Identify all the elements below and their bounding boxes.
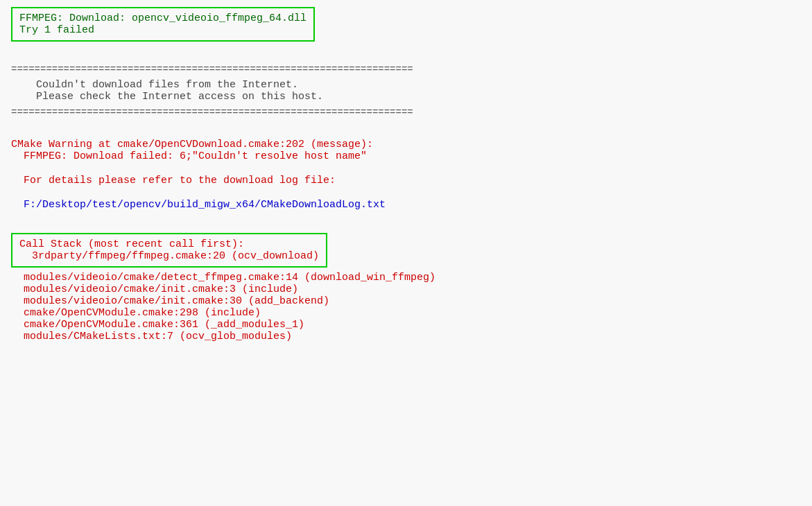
ffmpeg-line2: Try 1 failed: [19, 24, 306, 36]
error-block: Couldn't download files from the Interne…: [11, 79, 801, 103]
call-stack-rest-line2: modules/videoio/cmake/init.cmake:3 (incl…: [11, 283, 801, 295]
cmake-line3: For details please refer to the download…: [11, 175, 801, 186]
call-stack-rest-line4: cmake/OpenCVModule.cmake:298 (include): [11, 307, 801, 319]
separator-line-2: ========================================…: [11, 107, 801, 118]
ffmpeg-download-box: FFMPEG: Download: opencv_videoio_ffmpeg_…: [11, 7, 315, 42]
cmake-line1: CMake Warning at cmake/OpenCVDownload.cm…: [11, 139, 801, 150]
cmake-line4: F:/Desktop/test/opencv/build_migw_x64/CM…: [11, 199, 801, 211]
cmake-line2: FFMPEG: Download failed: 6;"Couldn't res…: [11, 150, 801, 162]
separator-line-1: ========================================…: [11, 64, 801, 75]
error-line2: Please check the Internet access on this…: [11, 91, 801, 103]
cmake-warning-block: CMake Warning at cmake/OpenCVDownload.cm…: [11, 139, 801, 211]
call-stack-box: Call Stack (most recent call first): 3rd…: [11, 233, 327, 268]
call-stack-rest-line1: modules/videoio/cmake/detect_ffmpeg.cmak…: [11, 272, 801, 283]
call-stack-line2: 3rdparty/ffmpeg/ffmpeg.cmake:20 (ocv_dow…: [19, 250, 319, 262]
main-content: FFMPEG: Download: opencv_videoio_ffmpeg_…: [11, 7, 801, 342]
call-stack-rest-line6: modules/CMakeLists.txt:7 (ocv_glob_modul…: [11, 331, 801, 342]
call-stack-rest-line3: modules/videoio/cmake/init.cmake:30 (add…: [11, 295, 801, 307]
call-stack-rest-line5: cmake/OpenCVModule.cmake:361 (_add_modul…: [11, 319, 801, 331]
ffmpeg-line1: FFMPEG: Download: opencv_videoio_ffmpeg_…: [19, 12, 306, 24]
call-stack-line1: Call Stack (most recent call first):: [19, 238, 319, 250]
error-line1: Couldn't download files from the Interne…: [11, 79, 801, 91]
call-stack-rest: modules/videoio/cmake/detect_ffmpeg.cmak…: [11, 272, 801, 342]
